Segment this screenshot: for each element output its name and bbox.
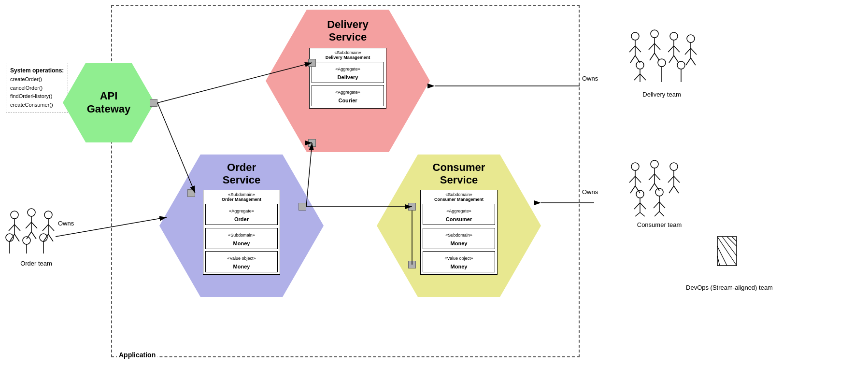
svg-line-99 xyxy=(717,237,737,266)
svg-line-50 xyxy=(668,46,674,52)
devops-team-group: DevOps (Stream-aligned) team xyxy=(715,232,773,291)
order-aggregate-box: «Aggregate» Order xyxy=(205,204,278,225)
sys-op-1: createOrder() xyxy=(10,76,42,82)
svg-line-53 xyxy=(674,56,679,63)
order-money-value-box: «Value object» Money xyxy=(205,251,278,272)
system-ops-box: System operations: createOrder() cancelO… xyxy=(6,63,68,113)
svg-line-20 xyxy=(26,222,31,228)
delivery-team-figures xyxy=(623,29,700,87)
consumer-team-group: Consumer team xyxy=(623,159,696,228)
owns-label-delivery: Owns xyxy=(582,75,598,82)
consumer-subdomain-label: «Subdomain»Consumer Management xyxy=(423,192,495,202)
svg-line-71 xyxy=(635,176,641,183)
svg-line-96 xyxy=(655,211,659,216)
svg-line-62 xyxy=(634,74,640,80)
svg-point-92 xyxy=(655,188,663,196)
delivery-service-label: DeliveryService xyxy=(327,18,369,44)
owns-label-consumer: Owns xyxy=(582,188,598,196)
svg-line-51 xyxy=(674,46,680,52)
svg-line-23 xyxy=(31,232,36,239)
sys-op-2: cancelOrder() xyxy=(10,85,43,91)
svg-line-29 xyxy=(48,234,53,241)
svg-line-84 xyxy=(669,186,674,193)
consumer-money-subdomain-box: «Subdomain» Money xyxy=(423,228,495,249)
svg-line-91 xyxy=(640,212,645,216)
svg-point-66 xyxy=(677,61,685,69)
svg-point-74 xyxy=(651,160,658,168)
svg-point-42 xyxy=(651,30,658,38)
svg-point-86 xyxy=(636,190,644,198)
sys-op-3: findOrderHistory() xyxy=(10,93,52,99)
order-team-label: Order team xyxy=(5,260,68,267)
delivery-team-label: Delivery team xyxy=(623,91,700,98)
svg-line-95 xyxy=(659,202,665,208)
diagram-container: Application System operations: createOrd… xyxy=(0,0,868,366)
svg-line-77 xyxy=(655,174,660,180)
boundary-label: Application xyxy=(117,351,157,359)
svg-point-12 xyxy=(11,211,18,219)
delivery-aggregate-box: «Aggregate» Delivery xyxy=(312,62,384,83)
courier-aggregate-box: «Aggregate» Courier xyxy=(312,85,384,106)
svg-line-94 xyxy=(654,202,659,208)
svg-line-88 xyxy=(634,203,640,209)
sys-ops-title: System operations: xyxy=(10,67,64,74)
svg-line-14 xyxy=(9,225,14,231)
svg-line-76 xyxy=(649,174,655,180)
order-money-subdomain-box: «Subdomain» Money xyxy=(205,228,278,249)
connector-order-right xyxy=(299,203,306,211)
svg-point-18 xyxy=(28,209,35,216)
svg-line-38 xyxy=(629,46,635,52)
svg-line-63 xyxy=(640,74,646,80)
svg-line-15 xyxy=(14,225,20,231)
consumer-team-figures xyxy=(623,159,696,217)
svg-point-36 xyxy=(631,32,639,40)
svg-point-80 xyxy=(670,163,678,170)
consumer-team-label: Consumer team xyxy=(623,221,696,228)
svg-line-47 xyxy=(655,53,659,60)
svg-point-54 xyxy=(687,35,695,42)
svg-point-68 xyxy=(631,163,639,170)
svg-line-89 xyxy=(640,203,646,209)
svg-line-73 xyxy=(635,186,640,193)
svg-line-78 xyxy=(650,183,655,191)
devops-team-label: DevOps (Stream-aligned) team xyxy=(686,284,773,291)
svg-line-46 xyxy=(650,53,655,60)
svg-line-70 xyxy=(629,176,635,183)
connector-consumer-left xyxy=(408,203,416,211)
svg-point-24 xyxy=(44,211,52,219)
api-gateway-label: APIGateway xyxy=(87,90,131,115)
svg-line-59 xyxy=(691,58,696,65)
svg-line-39 xyxy=(635,46,641,52)
connector-order-left xyxy=(187,189,195,197)
connector-api-right xyxy=(150,99,157,107)
svg-line-56 xyxy=(685,48,691,55)
order-team-group: Order team xyxy=(5,208,68,267)
svg-line-83 xyxy=(674,176,680,183)
svg-line-104 xyxy=(732,237,737,241)
svg-line-52 xyxy=(669,56,674,63)
svg-line-57 xyxy=(691,48,697,55)
order-subdomain-label: «Subdomain»Order Management xyxy=(205,192,278,202)
svg-point-32 xyxy=(23,237,30,244)
svg-line-27 xyxy=(48,225,54,231)
svg-line-90 xyxy=(635,212,640,216)
devops-team-figure xyxy=(715,232,744,280)
consumer-service-label: ConsumerService xyxy=(433,161,485,187)
svg-line-26 xyxy=(43,225,48,231)
connector-delivery-left-top xyxy=(308,59,316,67)
svg-line-85 xyxy=(674,186,679,193)
svg-point-64 xyxy=(658,59,666,67)
svg-line-44 xyxy=(649,43,655,50)
connector-consumer-bottom xyxy=(408,261,416,268)
sys-op-4: createConsumer() xyxy=(10,102,53,108)
svg-line-97 xyxy=(659,211,664,216)
svg-point-48 xyxy=(670,32,678,40)
svg-line-40 xyxy=(630,56,635,63)
svg-line-17 xyxy=(14,234,19,241)
order-team-figures xyxy=(5,208,68,256)
svg-line-82 xyxy=(668,176,674,183)
delivery-subdomain-label: «Subdomain»Delivery Management xyxy=(312,50,384,60)
consumer-money-value-box: «Value object» Money xyxy=(423,251,495,272)
order-service-label: OrderService xyxy=(223,161,260,187)
svg-line-58 xyxy=(686,58,691,65)
